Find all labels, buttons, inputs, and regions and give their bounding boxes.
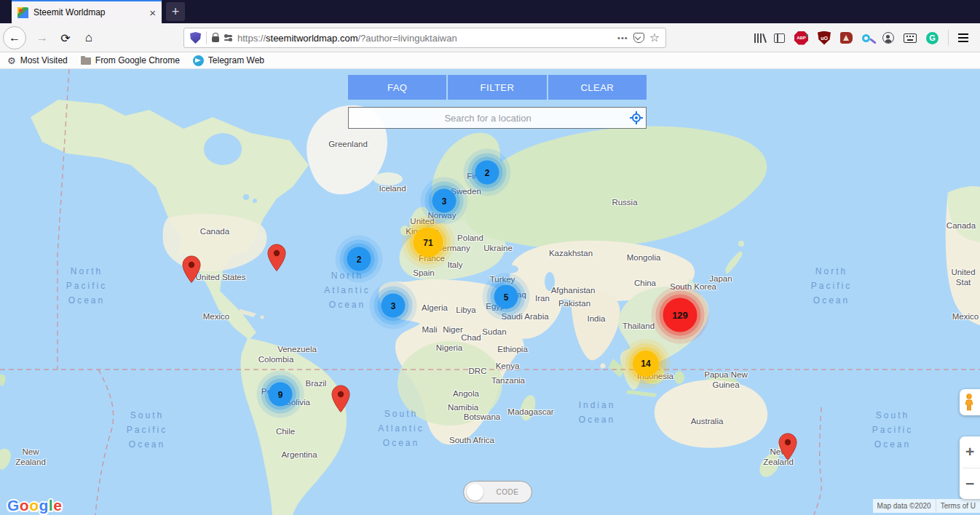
- country-label: India: [588, 314, 606, 324]
- menu-icon[interactable]: [958, 33, 968, 35]
- ocean-label: North Pacific Ocean: [811, 265, 852, 308]
- folder-icon: [81, 57, 91, 65]
- marker-cluster[interactable]: 3: [432, 189, 457, 213]
- pegman-button[interactable]: [960, 389, 980, 415]
- country-label: China: [634, 278, 656, 288]
- zoom-out-button[interactable]: −: [960, 468, 980, 500]
- country-label: Ethiopia: [497, 344, 528, 354]
- country-label: Mexico: [952, 311, 979, 322]
- country-label: DRC: [469, 366, 487, 376]
- marker-cluster[interactable]: 71: [414, 228, 443, 258]
- back-button[interactable]: ←: [3, 26, 26, 49]
- country-label: New Zealand: [15, 447, 46, 468]
- permissions-icon[interactable]: [224, 35, 232, 41]
- country-label: Papua New Guinea: [704, 370, 747, 391]
- bookmark-telegram-web[interactable]: Telegram Web: [193, 55, 264, 66]
- google-logo-letter: g: [39, 497, 49, 514]
- marker-cluster[interactable]: 3: [382, 294, 406, 318]
- ocean-label: South Pacific Ocean: [872, 409, 913, 452]
- code-toggle-label: CODE: [483, 488, 532, 496]
- marker-cluster[interactable]: 2: [475, 161, 499, 185]
- clear-button[interactable]: CLEAR: [548, 75, 647, 100]
- marker-cluster[interactable]: 14: [633, 351, 659, 377]
- country-label: Colombia: [258, 354, 294, 364]
- map-zoom-control: + −: [960, 436, 980, 499]
- browser-tab[interactable]: Steemit Worldmap ×: [12, 0, 162, 23]
- country-label: Pakistan: [558, 298, 590, 308]
- google-logo-letter: o: [29, 497, 39, 514]
- keychain-icon[interactable]: [862, 34, 870, 42]
- country-label: Botswana: [464, 412, 501, 422]
- marker-cluster[interactable]: 5: [494, 285, 518, 309]
- tab-favicon-map-icon: [17, 7, 28, 18]
- country-label: Canada: [200, 226, 229, 236]
- sidebar-icon[interactable]: [774, 33, 785, 43]
- toolbar-extension-icons: ABP9 uO G: [754, 26, 968, 49]
- marker-cluster[interactable]: 129: [663, 298, 698, 332]
- country-label: Nigeria: [436, 343, 462, 353]
- country-label: Chad: [461, 332, 481, 343]
- world-map[interactable]: North Pacific OceanNorth Atlantic OceanS…: [0, 69, 980, 515]
- country-label: Kenya: [496, 361, 520, 371]
- bookmark-from-google-chrome[interactable]: From Google Chrome: [81, 55, 180, 65]
- bookmark-most-visited[interactable]: ⚙ Most Visited: [7, 55, 68, 65]
- browser-navbar: ← → ⟳ ⌂ https://steemitworldmap.com/?aut…: [0, 23, 980, 52]
- map-pin[interactable]: [331, 385, 350, 415]
- geolocate-icon[interactable]: [627, 111, 646, 124]
- adblock-badge: 9: [806, 28, 814, 37]
- library-icon[interactable]: [754, 33, 764, 44]
- search-input[interactable]: [349, 112, 627, 124]
- toolbar-divider: [948, 30, 949, 46]
- country-label: Chile: [276, 426, 295, 436]
- country-label: Tanzania: [491, 375, 525, 386]
- ublock-icon[interactable]: uO: [818, 31, 831, 45]
- country-label: Ukraine: [483, 243, 513, 253]
- adblock-icon[interactable]: ABP9: [794, 31, 808, 45]
- map-pin[interactable]: [778, 433, 797, 463]
- dictionary-icon[interactable]: [840, 32, 853, 44]
- google-logo: Google: [7, 497, 62, 514]
- country-label: Argentina: [281, 450, 317, 460]
- bookmark-label: From Google Chrome: [95, 55, 180, 65]
- toggle-knob[interactable]: [467, 484, 483, 500]
- tracking-protection-shield-icon[interactable]: [190, 32, 201, 44]
- map-toolbar: FAQ FILTER CLEAR: [348, 75, 647, 100]
- country-label: Turkey: [490, 274, 515, 284]
- page-actions-icon[interactable]: •••: [617, 33, 628, 42]
- bookmarks-bar: ⚙ Most Visited From Google Chrome Telegr…: [0, 52, 980, 69]
- account-icon[interactable]: [882, 32, 894, 44]
- lock-icon[interactable]: [212, 36, 219, 42]
- keyboard-icon[interactable]: [904, 33, 917, 43]
- pocket-icon[interactable]: [633, 33, 644, 43]
- forward-button[interactable]: →: [31, 26, 54, 49]
- marker-cluster[interactable]: 9: [269, 383, 293, 407]
- ocean-label: South Atlantic Ocean: [378, 407, 424, 450]
- faq-button[interactable]: FAQ: [348, 75, 446, 100]
- zoom-in-button[interactable]: +: [960, 436, 980, 468]
- reload-button[interactable]: ⟳: [54, 26, 77, 49]
- country-label: Algeria: [422, 303, 448, 313]
- marker-cluster[interactable]: 2: [347, 247, 371, 271]
- country-label: Thailand: [623, 321, 655, 331]
- url-bar[interactable]: https://steemitworldmap.com/?author=livi…: [183, 28, 666, 48]
- terms-link[interactable]: Terms of U: [936, 499, 980, 513]
- country-label: Brazil: [306, 378, 327, 388]
- google-logo-letter: e: [53, 497, 62, 514]
- country-label: Libya: [456, 305, 476, 315]
- new-tab-button[interactable]: +: [166, 2, 185, 21]
- home-button[interactable]: ⌂: [77, 26, 100, 49]
- url-text[interactable]: https://steemitworldmap.com/?author=livi…: [237, 33, 612, 44]
- bookmark-star-icon[interactable]: ☆: [649, 32, 660, 44]
- tab-close-icon[interactable]: ×: [149, 7, 156, 18]
- google-logo-letter: G: [7, 497, 20, 514]
- urlbar-divider: [206, 31, 207, 44]
- filter-button[interactable]: FILTER: [448, 75, 546, 100]
- map-pin[interactable]: [267, 244, 286, 274]
- code-toggle[interactable]: CODE: [463, 481, 532, 503]
- tab-title: Steemit Worldmap: [33, 7, 144, 17]
- location-search-box[interactable]: [348, 107, 647, 129]
- country-label: Mexico: [203, 311, 229, 322]
- map-pin[interactable]: [182, 255, 201, 286]
- grammarly-icon[interactable]: G: [926, 32, 938, 44]
- gear-icon: ⚙: [7, 56, 16, 65]
